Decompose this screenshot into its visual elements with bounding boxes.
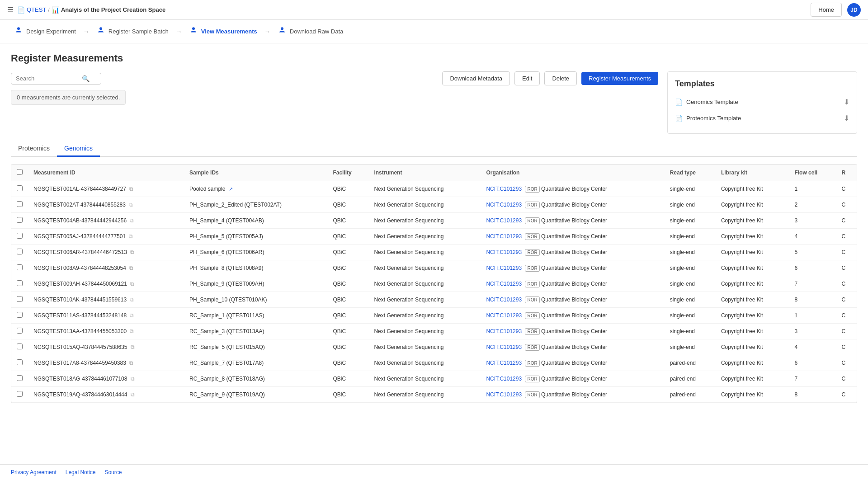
select-all-checkbox[interactable] <box>17 169 23 175</box>
ror-badge-5[interactable]: ROR <box>525 265 539 272</box>
copy-measurement-id-icon-11[interactable]: ⧉ <box>129 360 133 366</box>
copy-measurement-id-icon-4[interactable]: ⧉ <box>130 249 134 255</box>
org-link-5[interactable]: NCIT:C101293 <box>486 265 522 271</box>
row-checkbox-6[interactable] <box>17 280 23 286</box>
ror-badge-3[interactable]: ROR <box>525 233 539 240</box>
legal-notice-link[interactable]: Legal Notice <box>66 469 96 475</box>
org-link-7[interactable]: NCIT:C101293 <box>486 296 522 303</box>
hamburger-menu-icon[interactable]: ☰ <box>7 5 14 14</box>
ror-badge-1[interactable]: ROR <box>525 202 539 208</box>
row-checkbox-4[interactable] <box>17 249 23 254</box>
register-measurements-button[interactable]: Register Measurements <box>581 72 658 85</box>
row-checkbox-13[interactable] <box>17 391 23 397</box>
row-checkbox-5[interactable] <box>17 264 23 270</box>
org-link-3[interactable]: NCIT:C101293 <box>486 233 522 240</box>
cell-flow-cell-8: 1 <box>789 308 836 324</box>
org-link-4[interactable]: NCIT:C101293 <box>486 249 522 255</box>
row-checkbox-7[interactable] <box>17 296 23 302</box>
wizard-step-register-sample[interactable]: Register Sample Batch <box>93 24 172 38</box>
copy-measurement-id-icon-3[interactable]: ⧉ <box>129 233 133 240</box>
row-checkbox-3[interactable] <box>17 233 23 239</box>
cell-facility-6: QBiC <box>327 276 368 292</box>
org-link-6[interactable]: NCIT:C101293 <box>486 281 522 287</box>
sample-ids-text-8: RC_Sample_1 (QTEST011AS) <box>189 312 264 319</box>
org-link-10[interactable]: NCIT:C101293 <box>486 344 522 350</box>
copy-measurement-id-icon-1[interactable]: ⧉ <box>129 202 133 208</box>
search-box[interactable]: 🔍 <box>11 73 101 85</box>
row-checkbox-2[interactable] <box>17 217 23 223</box>
ror-badge-12[interactable]: ROR <box>525 376 539 382</box>
row-checkbox-cell-2[interactable] <box>11 213 28 229</box>
org-link-8[interactable]: NCIT:C101293 <box>486 312 522 319</box>
copy-measurement-id-icon-0[interactable]: ⧉ <box>129 186 133 192</box>
ror-badge-2[interactable]: ROR <box>525 217 539 224</box>
tab-proteomics[interactable]: Proteomics <box>11 141 57 157</box>
ror-badge-8[interactable]: ROR <box>525 312 539 319</box>
row-checkbox-cell-12[interactable] <box>11 371 28 387</box>
download-metadata-button[interactable]: Download Metadata <box>442 71 510 85</box>
org-link-12[interactable]: NCIT:C101293 <box>486 376 522 382</box>
copy-measurement-id-icon-5[interactable]: ⧉ <box>129 265 133 271</box>
home-button[interactable]: Home <box>811 3 842 17</box>
org-link-13[interactable]: NCIT:C101293 <box>486 391 522 398</box>
row-checkbox-cell-7[interactable] <box>11 292 28 308</box>
ror-badge-0[interactable]: ROR <box>525 186 539 193</box>
row-checkbox-cell-11[interactable] <box>11 355 28 371</box>
org-link-2[interactable]: NCIT:C101293 <box>486 217 522 224</box>
org-link-11[interactable]: NCIT:C101293 <box>486 360 522 366</box>
org-name-8: Quantitative Biology Center <box>541 312 607 319</box>
cell-sample-ids-9: RC_Sample_3 (QTEST013AA) <box>184 324 327 339</box>
row-checkbox-cell-6[interactable] <box>11 276 28 292</box>
breadcrumb-project-link[interactable]: QTEST <box>27 6 46 13</box>
template-genomics-download-icon[interactable]: ⬇ <box>844 98 849 106</box>
row-checkbox-cell-13[interactable] <box>11 387 28 403</box>
org-link-1[interactable]: NCIT:C101293 <box>486 202 522 208</box>
ror-badge-9[interactable]: ROR <box>525 328 539 335</box>
row-checkbox-0[interactable] <box>17 185 23 191</box>
wizard-step-download-raw[interactable]: Download Raw Data <box>274 24 347 38</box>
org-link-9[interactable]: NCIT:C101293 <box>486 328 522 334</box>
copy-measurement-id-icon-9[interactable]: ⧉ <box>130 328 134 334</box>
row-checkbox-12[interactable] <box>17 375 23 381</box>
ror-badge-4[interactable]: ROR <box>525 249 539 256</box>
copy-measurement-id-icon-7[interactable]: ⧉ <box>130 296 134 303</box>
ror-badge-7[interactable]: ROR <box>525 296 539 303</box>
copy-measurement-id-icon-12[interactable]: ⧉ <box>131 376 135 382</box>
wizard-step-design[interactable]: Design Experiment <box>11 24 80 38</box>
privacy-agreement-link[interactable]: Privacy Agreement <box>11 469 57 475</box>
view-measurements-step-label: View Measurements <box>201 28 257 35</box>
row-checkbox-8[interactable] <box>17 312 23 318</box>
ror-badge-6[interactable]: ROR <box>525 281 539 287</box>
copy-measurement-id-icon-10[interactable]: ⧉ <box>131 344 135 350</box>
row-checkbox-9[interactable] <box>17 328 23 334</box>
search-input[interactable] <box>16 75 79 82</box>
row-checkbox-10[interactable] <box>17 344 23 349</box>
source-link[interactable]: Source <box>104 469 122 475</box>
ror-badge-10[interactable]: ROR <box>525 344 539 351</box>
row-checkbox-cell-4[interactable] <box>11 245 28 260</box>
ror-badge-11[interactable]: ROR <box>525 360 539 367</box>
select-all-header[interactable] <box>11 165 28 181</box>
row-checkbox-cell-3[interactable] <box>11 229 28 245</box>
copy-measurement-id-icon-13[interactable]: ⧉ <box>131 391 135 398</box>
copy-measurement-id-icon-2[interactable]: ⧉ <box>130 217 134 224</box>
copy-measurement-id-icon-6[interactable]: ⧉ <box>130 281 134 287</box>
row-checkbox-cell-8[interactable] <box>11 308 28 324</box>
edit-button[interactable]: Edit <box>514 71 540 85</box>
cell-instrument-9: Next Generation Sequencing <box>368 324 481 339</box>
delete-button[interactable]: Delete <box>544 71 577 85</box>
tab-genomics[interactable]: Genomics <box>57 141 100 157</box>
copy-measurement-id-icon-8[interactable]: ⧉ <box>130 312 134 319</box>
row-checkbox-cell-10[interactable] <box>11 339 28 355</box>
row-checkbox-11[interactable] <box>17 359 23 365</box>
row-checkbox-cell-1[interactable] <box>11 197 28 213</box>
template-proteomics-download-icon[interactable]: ⬇ <box>844 114 849 122</box>
row-checkbox-cell-9[interactable] <box>11 324 28 339</box>
wizard-step-view-measurements[interactable]: View Measurements <box>186 24 261 38</box>
row-checkbox-1[interactable] <box>17 201 23 207</box>
ror-badge-13[interactable]: ROR <box>525 391 539 398</box>
row-checkbox-cell-0[interactable] <box>11 181 28 197</box>
row-checkbox-cell-5[interactable] <box>11 260 28 276</box>
sample-ext-link-icon-0[interactable]: ↗ <box>229 186 233 192</box>
org-link-0[interactable]: NCIT:C101293 <box>486 186 522 192</box>
